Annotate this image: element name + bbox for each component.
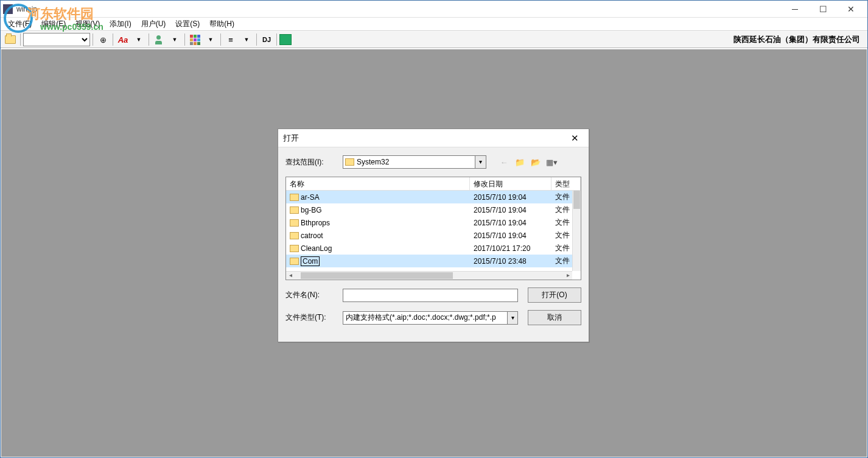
toolbar-combo[interactable] <box>23 33 90 46</box>
chevron-down-icon: ▾ <box>475 156 486 168</box>
filetype-value: 内建支持格式(*.aip;*.doc;*.docx;*.dwg;*.pdf;*.… <box>346 312 496 323</box>
folder-open-icon <box>5 35 16 44</box>
filetype-row: 文件类型(T): 内建支持格式(*.aip;*.doc;*.docx;*.dwg… <box>285 310 581 325</box>
menu-item[interactable]: 添加(I) <box>105 18 136 30</box>
filename-row: 文件名(N): 打开(O) <box>285 287 581 303</box>
file-list-header: 名称 修改日期 类型 <box>286 177 581 191</box>
file-row[interactable]: catroot2015/7/10 19:04文件 <box>286 229 581 242</box>
file-row[interactable]: Com2015/7/10 23:48文件 <box>286 255 581 267</box>
minimize-button[interactable]: ─ <box>781 1 809 18</box>
filetype-label: 文件类型(T): <box>285 312 338 323</box>
open-button[interactable]: 打开(O) <box>528 287 581 303</box>
filetype-combo[interactable]: 内建支持格式(*.aip;*.doc;*.docx;*.dwg;*.pdf;*.… <box>343 311 518 325</box>
separator <box>93 33 93 46</box>
dropdown-icon[interactable]: ▼ <box>167 32 182 47</box>
view-menu-button[interactable]: ▦▾ <box>546 157 557 167</box>
menubar: 文件(F)编辑(E)视图(V)添加(I)用户(U)设置(S)帮助(H) <box>1 18 867 31</box>
back-button[interactable]: ← <box>499 157 509 167</box>
menu-item[interactable]: 帮助(H) <box>205 18 239 30</box>
folder-icon <box>290 245 299 252</box>
dropdown-icon[interactable]: ▼ <box>239 32 254 47</box>
new-folder-button[interactable]: 📂 <box>530 157 541 167</box>
separator <box>256 33 257 46</box>
open-dialog: 打开 ✕ 查找范围(I): System32 ▾ ← 📁 📂 ▦▾ <box>278 129 589 342</box>
company-name: 陕西延长石油（集团）有限责任公司 <box>733 34 865 45</box>
chevron-down-icon: ▾ <box>507 312 517 324</box>
scrollbar-track[interactable] <box>295 272 564 280</box>
titlebar: winaip ─ ☐ ✕ <box>1 1 867 18</box>
separator <box>220 33 221 46</box>
separator <box>276 33 277 46</box>
scroll-right-arrow[interactable]: ▸ <box>564 272 572 280</box>
folder-icon <box>290 219 299 227</box>
close-button[interactable]: ✕ <box>837 1 865 18</box>
file-list-rows: ar-SA2015/7/10 19:04文件bg-BG2015/7/10 19:… <box>286 191 581 267</box>
separator <box>113 33 113 46</box>
folder-icon <box>290 206 299 214</box>
dialog-titlebar: 打开 ✕ <box>278 129 589 147</box>
dialog-body: 查找范围(I): System32 ▾ ← 📁 📂 ▦▾ 名称 修改日期 <box>278 147 589 333</box>
file-row[interactable]: bg-BG2015/7/10 19:04文件 <box>286 203 581 216</box>
header-date[interactable]: 修改日期 <box>470 177 551 190</box>
scroll-left-arrow[interactable]: ◂ <box>286 272 295 280</box>
folder-icon <box>290 232 299 239</box>
separator <box>149 33 149 46</box>
green-button[interactable] <box>279 34 292 45</box>
scrollbar-thumb[interactable] <box>301 272 453 279</box>
dropdown-icon[interactable]: ▼ <box>131 32 146 47</box>
folder-icon <box>290 258 299 265</box>
app-title: winaip <box>16 5 781 13</box>
color-grid-icon <box>190 35 200 45</box>
line-weight-button[interactable]: ≡ <box>223 32 238 47</box>
separator <box>184 33 185 46</box>
file-list: 名称 修改日期 类型 ar-SA2015/7/10 19:04文件bg-BG20… <box>285 177 581 280</box>
separator <box>20 33 21 46</box>
color-grid-button[interactable] <box>187 32 202 47</box>
horizontal-scrollbar[interactable]: ◂ ▸ <box>286 271 572 280</box>
vertical-scrollbar[interactable] <box>572 191 581 271</box>
app-icon <box>3 4 13 14</box>
person-button[interactable] <box>152 32 166 47</box>
file-row[interactable]: ar-SA2015/7/10 19:04文件 <box>286 191 581 203</box>
folder-icon <box>345 158 354 166</box>
scrollbar-thumb[interactable] <box>573 191 580 209</box>
dropdown-icon[interactable]: ▼ <box>203 32 218 47</box>
main-window: winaip ─ ☐ ✕ 文件(F)编辑(E)视图(V)添加(I)用户(U)设置… <box>0 0 868 458</box>
look-in-label: 查找范围(I): <box>285 157 338 167</box>
look-in-combo[interactable]: System32 ▾ <box>343 155 486 169</box>
maximize-button[interactable]: ☐ <box>809 1 837 18</box>
dj-button[interactable]: DJ <box>259 32 274 47</box>
menu-item[interactable]: 编辑(E) <box>37 18 71 30</box>
folder-icon <box>290 194 299 201</box>
look-in-row: 查找范围(I): System32 ▾ ← 📁 📂 ▦▾ <box>285 153 581 171</box>
nav-icons: ← 📁 📂 ▦▾ <box>499 157 557 167</box>
filename-input[interactable] <box>343 289 518 302</box>
menu-item[interactable]: 文件(F) <box>3 18 37 30</box>
menu-item[interactable]: 视图(V) <box>71 18 105 30</box>
look-in-value: System32 <box>357 158 389 166</box>
open-file-button[interactable] <box>3 32 18 47</box>
file-row[interactable]: CleanLog2017/10/21 17:20文件 <box>286 242 581 255</box>
file-row[interactable]: Bthprops2015/7/10 19:04文件 <box>286 216 581 229</box>
dialog-title: 打开 <box>283 133 565 144</box>
header-name[interactable]: 名称 <box>286 177 470 190</box>
header-type[interactable]: 类型 <box>551 177 581 190</box>
dialog-close-button[interactable]: ✕ <box>565 129 584 147</box>
up-folder-button[interactable]: 📁 <box>514 157 525 167</box>
menu-item[interactable]: 设置(S) <box>170 18 205 30</box>
toolbar: ⊕ Aa ▼ ▼ ▼ ≡ ▼ DJ 陕西延长石油（集团）有限责任公司 <box>1 31 867 48</box>
cancel-button[interactable]: 取消 <box>528 310 581 325</box>
filename-label: 文件名(N): <box>285 290 338 300</box>
menu-item[interactable]: 用户(U) <box>136 18 171 30</box>
font-button[interactable]: Aa <box>116 32 130 47</box>
person-icon <box>156 35 162 44</box>
window-controls: ─ ☐ ✕ <box>781 1 865 18</box>
zoom-button[interactable]: ⊕ <box>96 32 110 47</box>
